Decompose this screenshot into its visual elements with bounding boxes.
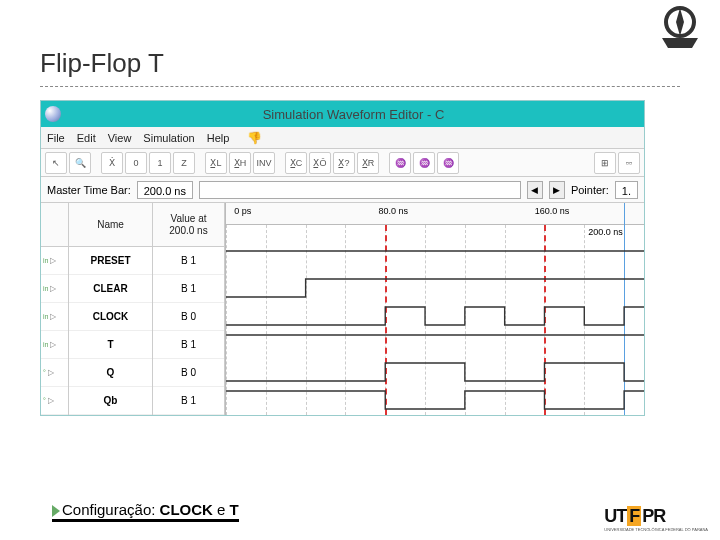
- waveform-row-clear[interactable]: [226, 275, 644, 303]
- waveform-pane[interactable]: 0 ps 80.0 ns 160.0 ns 200.0 ns: [226, 203, 644, 415]
- weak-low-button[interactable]: X̲L: [205, 152, 227, 174]
- menu-help[interactable]: Help: [207, 132, 230, 144]
- window-titlebar: Simulation Waveform Editor - C: [41, 101, 644, 127]
- time-ruler: 0 ps 80.0 ns 160.0 ns 200.0 ns: [226, 203, 644, 225]
- time-nav-left-button[interactable]: ◀: [527, 181, 543, 199]
- force-low-button[interactable]: 0: [125, 152, 147, 174]
- institution-logo-icon: [652, 2, 708, 52]
- waveform-row-clock[interactable]: [226, 303, 644, 331]
- signal-name[interactable]: PRESET: [69, 247, 152, 275]
- waveform-row-q[interactable]: [226, 359, 644, 387]
- signal-value: B 1: [153, 387, 224, 415]
- zoom-out-button[interactable]: 🔍: [69, 152, 91, 174]
- master-time-field[interactable]: 200.0 ns: [137, 181, 193, 199]
- pointer-tool-button[interactable]: ↖: [45, 152, 67, 174]
- app-icon: [45, 106, 61, 122]
- col-header-handle: [41, 203, 68, 247]
- window-title: Simulation Waveform Editor - C: [67, 107, 640, 122]
- page-title: Flip-Flop T: [40, 48, 164, 79]
- time-bar: Master Time Bar: 200.0 ns ◀ ▶ Pointer: 1…: [41, 177, 644, 203]
- signal-name[interactable]: CLEAR: [69, 275, 152, 303]
- slide-caption: Configuração: CLOCK e T: [52, 501, 239, 522]
- wave1-button[interactable]: ♒: [389, 152, 411, 174]
- waveform-row-preset[interactable]: [226, 247, 644, 275]
- force-high-button[interactable]: 1: [149, 152, 171, 174]
- ruler-tick-label: 0 ps: [234, 206, 251, 216]
- signal-handle[interactable]: in▷: [41, 303, 68, 331]
- signal-handle[interactable]: °▷: [41, 387, 68, 415]
- signal-handle[interactable]: in▷: [41, 275, 68, 303]
- signal-value: B 0: [153, 303, 224, 331]
- master-time-label: Master Time Bar:: [47, 184, 131, 196]
- force-z-button[interactable]: Z: [173, 152, 195, 174]
- utfpr-logo: UTFPR UNIVERSIDADE TECNOLÓGICA FEDERAL D…: [604, 506, 708, 532]
- snap-button[interactable]: ▫▫: [618, 152, 640, 174]
- menu-bar: File Edit View Simulation Help 👎: [41, 127, 644, 149]
- wave3-button[interactable]: ♒: [437, 152, 459, 174]
- toolbar: ↖ 🔍 Ẋ 0 1 Z X̲L X̲H INV X̲C X̲Ō X̲? X̲R …: [41, 149, 644, 177]
- signal-value: B 1: [153, 331, 224, 359]
- col-header-value: Value at 200.0 ns: [153, 203, 224, 247]
- waveform-row-qb[interactable]: [226, 387, 644, 415]
- signal-value: B 1: [153, 247, 224, 275]
- pointer-label: Pointer:: [571, 184, 609, 196]
- signal-value: B 0: [153, 359, 224, 387]
- signal-handle[interactable]: in▷: [41, 247, 68, 275]
- time-nav-right-button[interactable]: ▶: [549, 181, 565, 199]
- xr-button[interactable]: X̲R: [357, 152, 379, 174]
- ruler-tick-label: 160.0 ns: [535, 206, 570, 216]
- weak-high-button[interactable]: X̲H: [229, 152, 251, 174]
- signal-handle[interactable]: °▷: [41, 359, 68, 387]
- menu-simulation[interactable]: Simulation: [143, 132, 194, 144]
- grid-button[interactable]: ⊞: [594, 152, 616, 174]
- menu-file[interactable]: File: [47, 132, 65, 144]
- title-divider: [40, 86, 680, 87]
- menu-view[interactable]: View: [108, 132, 132, 144]
- time-slider[interactable]: [199, 181, 521, 199]
- signal-name[interactable]: T: [69, 331, 152, 359]
- waveform-row-t[interactable]: [226, 331, 644, 359]
- signal-name[interactable]: Q: [69, 359, 152, 387]
- signal-name[interactable]: Qb: [69, 387, 152, 415]
- invert-button[interactable]: INV: [253, 152, 275, 174]
- signal-table: in▷ in▷ in▷ in▷ °▷ °▷ Name PRESET CLEAR …: [41, 203, 226, 415]
- count-button[interactable]: X̲C: [285, 152, 307, 174]
- random-button[interactable]: X̲?: [333, 152, 355, 174]
- signal-name[interactable]: CLOCK: [69, 303, 152, 331]
- signal-handle[interactable]: in▷: [41, 331, 68, 359]
- wave2-button[interactable]: ♒: [413, 152, 435, 174]
- waveform-area: in▷ in▷ in▷ in▷ °▷ °▷ Name PRESET CLEAR …: [41, 203, 644, 415]
- caption-bullet-icon: [52, 505, 60, 517]
- pointer-field[interactable]: 1.: [615, 181, 638, 199]
- col-header-name: Name: [69, 203, 152, 247]
- menu-edit[interactable]: Edit: [77, 132, 96, 144]
- feedback-icon[interactable]: 👎: [247, 131, 262, 145]
- signal-value: B 1: [153, 275, 224, 303]
- waveform-editor-window: Simulation Waveform Editor - C File Edit…: [40, 100, 645, 416]
- ruler-tick-label: 80.0 ns: [378, 206, 408, 216]
- force-unknown-button[interactable]: Ẋ: [101, 152, 123, 174]
- overwrite-button[interactable]: X̲Ō: [309, 152, 331, 174]
